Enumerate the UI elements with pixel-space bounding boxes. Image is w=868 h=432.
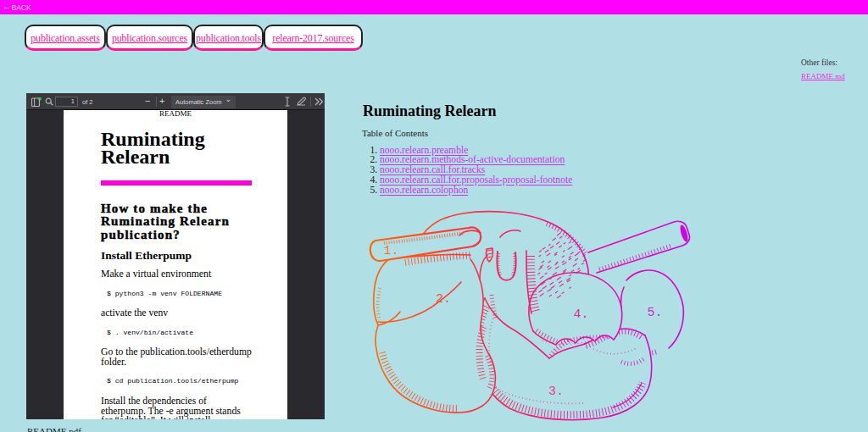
svg-text:2.: 2.: [436, 292, 451, 307]
svg-text:3.: 3.: [548, 385, 564, 399]
svg-text:4.: 4.: [574, 307, 589, 322]
svg-text:1.: 1.: [384, 244, 399, 258]
svg-text:5.: 5.: [648, 306, 663, 320]
